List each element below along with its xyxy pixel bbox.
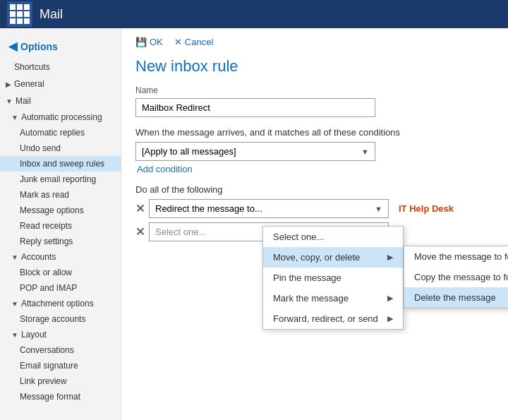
action-dropdown-1[interactable]: Redirect the message to... ▼ [149, 199, 389, 218]
context-menu-container: Select one... Move, copy, or delete ▶ Pi… [262, 226, 508, 330]
sidebar-item-message-format[interactable]: Message format [0, 389, 121, 404]
sidebar-item-conversations[interactable]: Conversations [0, 342, 121, 358]
sub-arrow-forward-icon: ▶ [387, 314, 393, 323]
sub-arrow-mark-icon: ▶ [387, 294, 393, 303]
sidebar-item-storage-accounts[interactable]: Storage accounts [0, 311, 121, 327]
form-toolbar: 💾 OK ✕ Cancel [135, 37, 494, 47]
chevron-down-layout-icon: ▼ [11, 331, 18, 339]
save-icon: 💾 [135, 37, 147, 47]
sub-arrow-icon: ▶ [387, 253, 393, 262]
add-condition-link[interactable]: Add condition [137, 164, 494, 174]
sidebar-group-accounts[interactable]: ▼ Accounts [0, 249, 121, 265]
action-label: Do all of the following [135, 184, 494, 195]
sidebar-item-mark-as-read[interactable]: Mark as read [0, 187, 121, 203]
sidebar-item-inbox-sweep[interactable]: Inbox and sweep rules [0, 156, 121, 172]
chevron-down-attach-icon: ▼ [11, 300, 18, 308]
name-label: Name [135, 85, 494, 95]
menu-item-forward-redirect[interactable]: Forward, redirect, or send ▶ [263, 308, 403, 329]
sidebar-group-layout[interactable]: ▼ Layout [0, 327, 121, 342]
main-content: 💾 OK ✕ Cancel New inbox rule Name When t… [121, 28, 508, 420]
sub-menu-item-delete-message[interactable]: Delete the message 13 [404, 287, 508, 308]
condition-row: [Apply to all messages] ▼ [135, 142, 494, 161]
sidebar-item-read-receipts[interactable]: Read receipts [0, 218, 121, 234]
sidebar-back-label: Options [20, 41, 58, 52]
menu-item-move-copy-delete[interactable]: Move, copy, or delete ▶ [263, 247, 403, 268]
remove-action-2-button[interactable]: ✕ [135, 227, 145, 238]
sidebar-item-block-allow[interactable]: Block or allow [0, 265, 121, 280]
condition-label: When the message arrives, and it matches… [135, 127, 494, 138]
chevron-right-icon: ▶ [6, 80, 11, 88]
cancel-icon: ✕ [174, 37, 182, 47]
sub-menu-item-copy-to-folder[interactable]: Copy the message to folder... [404, 267, 508, 287]
app-grid-icon[interactable] [7, 1, 32, 27]
action-row-1: ✕ Redirect the message to... ▼ IT Help D… [135, 199, 494, 218]
sidebar-group-general[interactable]: ▶ General [0, 76, 121, 92]
sidebar-item-shortcuts[interactable]: Shortcuts [0, 59, 121, 76]
sub-menu: Move the message to folder... Copy the m… [404, 246, 508, 308]
sidebar-group-auto-processing[interactable]: ▼ Automatic processing [0, 109, 121, 125]
sidebar-item-message-options[interactable]: Message options [0, 203, 121, 218]
sidebar-item-pop-imap[interactable]: POP and IMAP [0, 280, 121, 296]
chevron-down-accounts-icon: ▼ [11, 253, 18, 261]
ok-button[interactable]: 💾 OK [135, 37, 163, 47]
sidebar-item-email-signature[interactable]: Email signature [0, 358, 121, 373]
app-title: Mail [40, 7, 63, 22]
it-help-badge: IT Help Desk [399, 203, 454, 214]
page-title: New inbox rule [135, 57, 494, 76]
sub-menu-item-move-to-folder[interactable]: Move the message to folder... [404, 246, 508, 267]
action-dropdown-arrow-icon: ▼ [375, 205, 382, 213]
chevron-down-icon: ▼ [6, 97, 13, 105]
chevron-down-sub-icon: ▼ [11, 114, 18, 121]
menu-item-pin-message[interactable]: Pin the message [263, 268, 403, 288]
cancel-button[interactable]: ✕ Cancel [174, 37, 213, 47]
main-layout: ◀ Options Shortcuts ▶ General ▼ Mail ▼ A… [0, 28, 508, 420]
context-menu: Select one... Move, copy, or delete ▶ Pi… [262, 226, 404, 330]
name-input[interactable] [135, 98, 375, 117]
menu-item-mark-message[interactable]: Mark the message ▶ [263, 288, 403, 308]
sidebar-item-junk-email[interactable]: Junk email reporting [0, 172, 121, 187]
condition-dropdown[interactable]: [Apply to all messages] ▼ [135, 142, 375, 161]
top-bar: Mail [0, 0, 508, 28]
menu-item-select-one[interactable]: Select one... [263, 227, 403, 247]
delete-message-wrapper: Delete the message 13 [414, 292, 508, 303]
sidebar-item-reply-settings[interactable]: Reply settings [0, 234, 121, 249]
sidebar-back-options[interactable]: ◀ Options [0, 34, 121, 59]
sidebar-item-auto-replies[interactable]: Automatic replies [0, 125, 121, 140]
sidebar-item-undo-send[interactable]: Undo send [0, 140, 121, 156]
dropdown-arrow-icon: ▼ [361, 148, 369, 156]
sidebar-item-link-preview[interactable]: Link preview [0, 373, 121, 389]
remove-action-1-button[interactable]: ✕ [135, 203, 145, 215]
sidebar: ◀ Options Shortcuts ▶ General ▼ Mail ▼ A… [0, 28, 121, 420]
back-arrow-icon: ◀ [8, 40, 17, 53]
sidebar-group-mail[interactable]: ▼ Mail [0, 92, 121, 109]
sidebar-group-attachment[interactable]: ▼ Attachment options [0, 296, 121, 311]
